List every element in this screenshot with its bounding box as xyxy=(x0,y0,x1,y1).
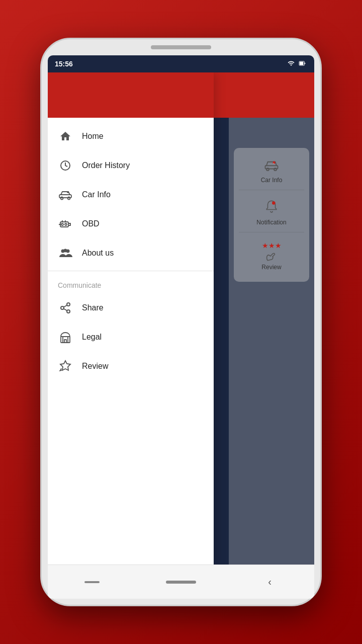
menu-item-legal[interactable]: Legal xyxy=(48,323,214,352)
legal-label: Legal xyxy=(82,333,102,342)
menu-item-share[interactable]: Share xyxy=(48,293,214,323)
menu-item-obd[interactable]: OBD xyxy=(48,209,214,238)
drawer-header xyxy=(48,72,214,118)
minimize-icon xyxy=(84,581,100,583)
share-icon xyxy=(58,300,73,315)
menu-item-review[interactable]: Review xyxy=(48,352,214,381)
obd-label: OBD xyxy=(82,219,100,228)
review-label-right: Review xyxy=(261,264,281,271)
svg-rect-1 xyxy=(300,61,304,64)
review-stars: ★★★ xyxy=(262,242,282,250)
car-info-menu-label: Car Info xyxy=(82,190,111,199)
menu-divider xyxy=(48,271,214,271)
svg-rect-29 xyxy=(64,340,66,343)
svg-point-20 xyxy=(64,249,67,253)
status-bar: 15:56 xyxy=(48,55,314,72)
menu-item-car-info[interactable]: i Car Info xyxy=(48,180,214,209)
svg-point-17 xyxy=(65,223,67,225)
svg-rect-2 xyxy=(305,62,306,63)
home-label: Home xyxy=(82,132,104,141)
svg-point-23 xyxy=(67,310,70,313)
right-card-review[interactable]: ★★★ Review xyxy=(239,235,304,277)
screen-content: AUTOZOOP HANIC AREA i xyxy=(48,72,314,565)
right-card-notification[interactable]: Notification xyxy=(239,193,304,232)
car-info-icon: i xyxy=(264,159,279,175)
menu-item-order-history[interactable]: Order History xyxy=(48,151,214,180)
svg-point-21 xyxy=(67,303,70,306)
menu-item-home[interactable]: Home xyxy=(48,122,214,151)
svg-point-11 xyxy=(61,197,63,200)
svg-line-25 xyxy=(64,305,67,307)
home-button[interactable] xyxy=(166,572,196,592)
right-panel: i Car Info Notific xyxy=(229,118,314,565)
right-card: i Car Info Notific xyxy=(234,148,309,282)
phone-frame: 15:56 xyxy=(40,38,322,606)
communicate-section-header: Communicate xyxy=(48,274,214,293)
drawer: Home Order History xyxy=(48,72,214,565)
notification-label: Notification xyxy=(256,219,286,226)
svg-point-4 xyxy=(266,168,269,171)
menu-item-about-us[interactable]: About us xyxy=(48,238,214,268)
svg-point-8 xyxy=(272,201,275,204)
back-icon: ‹ xyxy=(268,576,272,588)
wifi-icon xyxy=(287,60,295,68)
review-label: Review xyxy=(82,362,108,371)
group-icon xyxy=(58,246,73,261)
svg-point-22 xyxy=(61,306,64,309)
clock-icon xyxy=(58,158,73,173)
review-icon-right: ★★★ xyxy=(262,242,282,262)
svg-point-16 xyxy=(61,223,63,225)
minimize-button[interactable] xyxy=(77,572,107,592)
back-button[interactable]: ‹ xyxy=(255,572,285,592)
home-icon xyxy=(58,129,73,144)
status-icons xyxy=(287,60,307,68)
review-star-icon xyxy=(58,359,73,374)
battery-icon xyxy=(298,60,307,68)
notification-icon xyxy=(265,199,278,217)
phone-speaker xyxy=(151,45,211,49)
svg-text:i: i xyxy=(274,163,274,165)
share-label: Share xyxy=(82,303,104,312)
svg-point-12 xyxy=(68,197,70,200)
about-us-label: About us xyxy=(82,249,114,258)
status-time: 15:56 xyxy=(55,60,73,68)
right-card-car-info[interactable]: i Car Info xyxy=(239,153,304,190)
drawer-menu: Home Order History xyxy=(48,118,214,565)
phone-screen: 15:56 xyxy=(48,55,314,599)
engine-icon xyxy=(58,216,73,231)
legal-icon xyxy=(58,330,73,345)
svg-point-5 xyxy=(274,168,277,171)
bottom-nav: ‹ xyxy=(48,565,314,599)
order-history-label: Order History xyxy=(82,161,130,170)
svg-line-24 xyxy=(64,309,67,311)
home-indicator xyxy=(166,581,196,584)
car-info-label: Car Info xyxy=(261,177,283,184)
car-icon: i xyxy=(58,187,73,202)
